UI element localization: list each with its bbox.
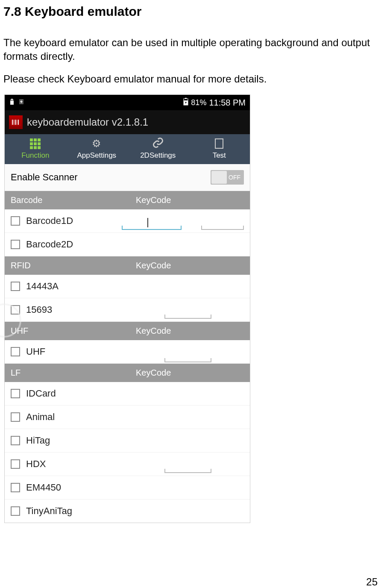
page-heading: 7.8 Keyboard emulator xyxy=(3,4,384,19)
svg-rect-6 xyxy=(14,120,14,125)
svg-rect-5 xyxy=(12,120,13,125)
toggle-state: OFF xyxy=(229,174,240,181)
keycode-input[interactable] xyxy=(122,221,182,230)
item-animal[interactable]: Animal xyxy=(5,406,250,429)
app-screenshot: 81% 11:58 PM keyboardemulator v2.1.8.1 F… xyxy=(4,94,250,523)
item-14443a[interactable]: 14443A xyxy=(5,275,250,298)
item-uhf[interactable]: UHF xyxy=(5,340,250,364)
section-title: UHF xyxy=(11,326,119,336)
item-label: Animal xyxy=(26,412,55,423)
item-label: HDX xyxy=(26,459,46,470)
tab-label: Function xyxy=(21,151,49,159)
section-barcode-header: Barcode KeyCode xyxy=(5,191,250,209)
page-number: 25 xyxy=(366,576,378,588)
item-15693[interactable]: 15693 xyxy=(5,298,250,322)
section-lf-header: LF KeyCode xyxy=(5,364,250,382)
svg-rect-9 xyxy=(18,120,19,125)
keycode-input-2[interactable] xyxy=(201,221,244,230)
enable-scanner-toggle[interactable]: OFF xyxy=(211,170,244,185)
item-hdx[interactable]: HDX xyxy=(5,453,250,476)
checkbox[interactable] xyxy=(11,506,20,516)
tab-label: Test xyxy=(213,151,226,159)
item-label: HiTag xyxy=(26,435,50,446)
section-keycode-label: KeyCode xyxy=(119,326,244,336)
item-label: IDCard xyxy=(26,388,56,399)
item-barcode2d[interactable]: Barcode2D xyxy=(5,233,250,256)
svg-rect-2 xyxy=(185,98,187,99)
section-keycode-label: KeyCode xyxy=(119,368,244,378)
keycode-input[interactable] xyxy=(164,310,211,319)
keycode-input[interactable] xyxy=(164,354,211,362)
svg-rect-8 xyxy=(17,120,17,125)
doc-paragraph-1: The keyboard emulator can be used in mul… xyxy=(3,36,381,64)
document-icon xyxy=(215,138,223,149)
checkbox[interactable] xyxy=(11,412,20,422)
battery-percent: 81% xyxy=(191,98,206,107)
checkbox[interactable] xyxy=(11,282,20,291)
section-title: Barcode xyxy=(11,195,119,205)
status-time: 11:58 PM xyxy=(209,98,246,108)
item-label: EM4450 xyxy=(26,482,61,493)
enable-scanner-row: Enable Scanner OFF xyxy=(5,164,250,191)
item-tinyanitag[interactable]: TinyAniTag xyxy=(5,500,250,523)
checkbox[interactable] xyxy=(11,483,20,492)
svg-rect-7 xyxy=(15,120,16,125)
section-keycode-label: KeyCode xyxy=(119,195,244,205)
keycode-input[interactable] xyxy=(164,465,211,473)
item-label: Barcode1D xyxy=(26,215,73,226)
tab-test[interactable]: Test xyxy=(189,134,250,164)
app-title: keyboardemulator v2.1.8.1 xyxy=(27,116,148,128)
checkbox[interactable] xyxy=(11,240,20,249)
item-hitag[interactable]: HiTag xyxy=(5,429,250,453)
tab-label: AppSettings xyxy=(77,151,116,159)
item-idcard[interactable]: IDCard xyxy=(5,382,250,406)
tab-label: 2DSettings xyxy=(140,151,176,159)
item-label: Barcode2D xyxy=(26,239,73,250)
battery-charge-icon xyxy=(183,98,188,108)
doc-paragraph-2: Please check Keyboard emulator manual fo… xyxy=(3,72,381,86)
status-bar: 81% 11:58 PM xyxy=(5,95,250,110)
checkbox[interactable] xyxy=(11,436,20,445)
item-barcode1d[interactable]: Barcode1D xyxy=(5,209,250,233)
checkbox[interactable] xyxy=(11,216,20,226)
checkbox[interactable] xyxy=(11,389,20,398)
bolt-icon xyxy=(18,98,24,107)
section-uhf-header: UHF KeyCode xyxy=(5,322,250,340)
item-label: TinyAniTag xyxy=(26,506,72,517)
enable-scanner-label: Enable Scanner xyxy=(11,172,78,183)
checkbox[interactable] xyxy=(11,347,20,356)
gear-icon: ⚙ xyxy=(92,138,101,150)
tab-appsettings[interactable]: ⚙ AppSettings xyxy=(66,134,128,164)
item-label: 15693 xyxy=(26,304,52,315)
tabs: Function ⚙ AppSettings 2DSettings Test xyxy=(5,134,250,164)
item-label: UHF xyxy=(26,346,45,357)
app-icon xyxy=(9,115,23,129)
section-rfid-header: RFID KeyCode xyxy=(5,256,250,275)
item-label: 14443A xyxy=(26,281,59,292)
grid-icon xyxy=(30,138,41,149)
tab-2dsettings[interactable]: 2DSettings xyxy=(127,134,189,164)
section-keycode-label: KeyCode xyxy=(119,261,244,270)
link-icon xyxy=(152,137,164,151)
section-title: RFID xyxy=(11,261,119,270)
lock-icon xyxy=(9,98,15,107)
section-title: LF xyxy=(11,368,119,378)
app-header: keyboardemulator v2.1.8.1 xyxy=(5,110,250,134)
tab-function[interactable]: Function xyxy=(5,134,66,164)
checkbox[interactable] xyxy=(11,459,20,469)
item-em4450[interactable]: EM4450 xyxy=(5,476,250,500)
